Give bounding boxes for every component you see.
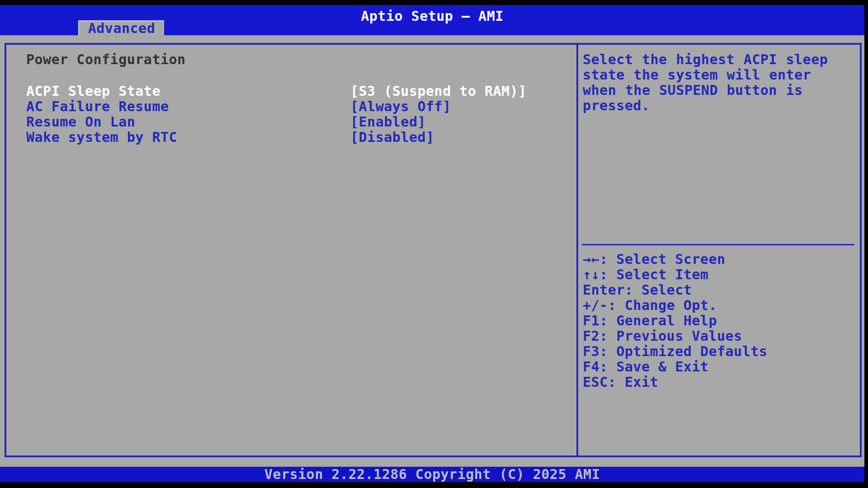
tab-advanced[interactable]: Advanced (78, 20, 164, 36)
menu-item-value: [S3 (Suspend to RAM)] (350, 84, 527, 99)
menu-item-acpi-sleep-state[interactable]: ACPI Sleep State [S3 (Suspend to RAM)] (26, 84, 576, 99)
menu-item-label: AC Failure Resume (26, 99, 169, 114)
legend-f1-general-help: F1: General Help (583, 313, 854, 328)
footer-bar: Version 2.22.1286 Copyright (C) 2025 AMI (0, 467, 864, 482)
tab-advanced-label: Advanced (88, 20, 156, 36)
menu-item-list: ACPI Sleep State [S3 (Suspend to RAM)] A… (26, 84, 576, 145)
help-text: Select the highest ACPI sleep state the … (583, 52, 845, 244)
legend-f4-save-exit: F4: Save & Exit (583, 359, 854, 375)
legend-select-screen: →←: Select Screen (583, 252, 854, 267)
key-legend: →←: Select Screen ↑↓: Select Item Enter:… (583, 245, 854, 390)
menu-item-wake-system-by-rtc[interactable]: Wake system by RTC [Disabled] (26, 130, 576, 145)
menu-item-value: [Disabled] (350, 130, 434, 145)
legend-f3-optimized-defaults: F3: Optimized Defaults (583, 344, 854, 359)
setup-panel: Power Configuration ACPI Sleep State [S3… (5, 43, 862, 457)
menu-item-value: [Enabled] (350, 114, 426, 130)
menu-item-label: Resume On Lan (26, 114, 135, 130)
bios-setup-screen: Aptio Setup – AMI Advanced Power Configu… (0, 0, 868, 488)
menu-item-label: ACPI Sleep State (26, 83, 160, 99)
legend-select-item: ↑↓: Select Item (583, 267, 854, 282)
legend-change-opt: +/-: Change Opt. (583, 298, 854, 313)
menu-item-label: Wake system by RTC (26, 129, 177, 145)
menu-item-ac-failure-resume[interactable]: AC Failure Resume [Always Off] (26, 99, 576, 114)
legend-esc-exit: ESC: Exit (583, 375, 854, 390)
help-pane: Select the highest ACPI sleep state the … (576, 45, 860, 455)
section-title: Power Configuration (26, 52, 576, 67)
options-pane: Power Configuration ACPI Sleep State [S3… (6, 45, 576, 455)
menu-item-value: [Always Off] (350, 99, 451, 114)
content-background: Power Configuration ACPI Sleep State [S3… (0, 35, 864, 467)
legend-enter-select: Enter: Select (583, 282, 854, 298)
version-text: Version 2.22.1286 Copyright (C) 2025 AMI (264, 466, 600, 482)
menu-item-resume-on-lan[interactable]: Resume On Lan [Enabled] (26, 114, 576, 130)
legend-f2-previous-values: F2: Previous Values (583, 328, 854, 344)
